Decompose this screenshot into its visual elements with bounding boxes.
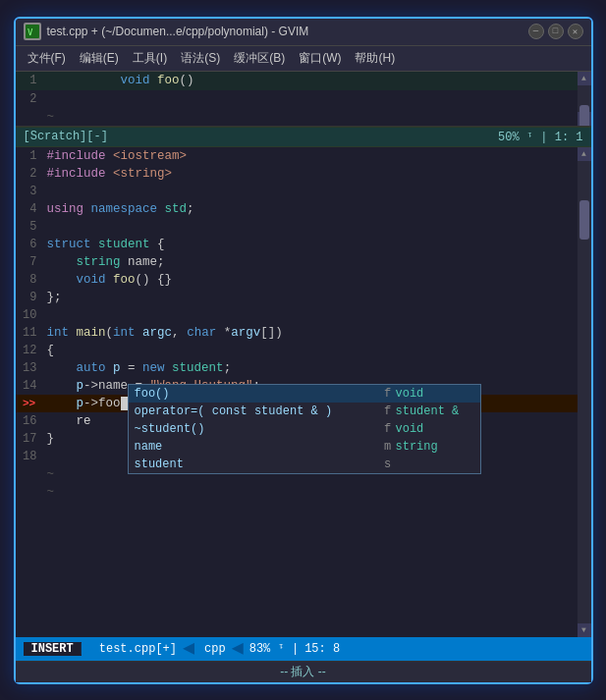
scratch-pos: 50% ᵎ | 1: 1 [498, 130, 582, 144]
menubar: 文件(F) 编辑(E) 工具(I) 语法(S) 缓冲区(B) 窗口(W) 帮助(… [16, 46, 591, 72]
autocomplete-popup[interactable]: foo() f void operator=( const student & … [128, 384, 481, 474]
window-title: test.cpp + (~/Documen...e/cpp/polynomial… [47, 25, 309, 38]
vim-icon: V [24, 23, 41, 40]
menu-syntax[interactable]: 语法(S) [175, 48, 226, 69]
ac-item-2[interactable]: ~student() f void [129, 420, 480, 438]
mode-label: INSERT [24, 642, 82, 656]
tilde-content1: ~ [43, 110, 578, 124]
titlebar-left: V test.cpp + (~/Documen...e/cpp/polynomi… [24, 23, 309, 40]
ac-typename-1: student & [396, 404, 474, 418]
ac-item-3[interactable]: name m string [129, 438, 480, 456]
ac-typename-3: string [396, 440, 474, 454]
status-arrow2-icon: ◀ [183, 639, 194, 659]
gvim-window: V test.cpp + (~/Documen...e/cpp/polynomi… [14, 17, 593, 684]
ac-item-1[interactable]: operator=( const student & ) f student & [129, 403, 480, 420]
code-line-11: 11 int main(int argc, char *argv[]) [16, 324, 578, 342]
menu-window[interactable]: 窗口(W) [293, 48, 347, 69]
window-controls: ─ □ ✕ [528, 24, 583, 39]
code-line-8: 8 void foo() {} [16, 271, 578, 289]
svg-text:V: V [28, 27, 33, 37]
code-line-7: 7 string name; [16, 253, 578, 271]
main-scrollbar[interactable]: ▲ ▼ [578, 147, 591, 637]
status-filetype: cpp [204, 642, 226, 656]
titlebar: V test.cpp + (~/Documen...e/cpp/polynomi… [16, 19, 591, 46]
menu-edit[interactable]: 编辑(E) [74, 48, 125, 69]
maximize-button[interactable]: □ [548, 24, 564, 39]
ac-typechr-3: m [380, 440, 396, 454]
minimize-button[interactable]: ─ [528, 24, 544, 39]
code-line-13: 13 auto p = new student; [16, 359, 578, 377]
main-code-pane: 1 #include <iostream> 2 #include <string… [16, 147, 578, 637]
bottom-bar: -- 插入 -- [16, 661, 591, 682]
code-line-1: 1 #include <iostream> [16, 147, 578, 165]
main-scroll-track[interactable] [578, 161, 591, 623]
code-line-12: 12 { [16, 342, 578, 359]
main-editor-area: 1 #include <iostream> 2 #include <string… [16, 147, 591, 637]
status-arrow3-icon: ◀ [232, 639, 244, 659]
ac-name-2: ~student() [135, 422, 380, 436]
main-scroll-down[interactable]: ▼ [578, 623, 591, 637]
close-button[interactable]: ✕ [568, 24, 583, 39]
ac-name-0: foo() [135, 387, 380, 401]
ac-typechr-1: f [380, 404, 396, 418]
code-line-9: 9 }; [16, 289, 578, 306]
scroll-thumb[interactable] [579, 105, 589, 127]
code-line-5: 5 [16, 218, 578, 236]
ac-typechr-4: s [380, 458, 396, 471]
current-line-arrow: >> [16, 398, 43, 409]
insert-label: -- 插入 -- [280, 665, 326, 678]
ac-name-1: operator=( const student & ) [135, 404, 380, 418]
status-arrow-icon: ▶ [82, 639, 93, 659]
code-line-3: 3 [16, 183, 578, 200]
ac-typechr-2: f [380, 422, 396, 436]
ac-typechr-0: f [380, 387, 396, 401]
menu-help[interactable]: 帮助(H) [349, 48, 401, 69]
top-line2-num: 2 [16, 92, 43, 106]
status-pos: 15: 8 [304, 642, 340, 656]
scroll-up-btn[interactable]: ▲ [578, 72, 591, 85]
top-line-num: 1 [16, 74, 43, 87]
code-line-6: 6 struct student { [16, 236, 578, 253]
ac-typename-0: void [396, 387, 474, 401]
main-scroll-thumb[interactable] [579, 200, 589, 240]
status-filename: test.cpp[+] [99, 642, 177, 656]
ac-name-3: name [135, 440, 380, 454]
menu-tools[interactable]: 工具(I) [127, 48, 173, 69]
tilde-line-2: ~ [16, 483, 578, 501]
ac-name-4: student [135, 458, 380, 471]
scratch-label: [Scratch][-] [24, 130, 108, 144]
ac-typename-2: void [396, 422, 474, 436]
menu-buffers[interactable]: 缓冲区(B) [228, 48, 291, 69]
top-scrollbar[interactable]: ▲ ▼ [578, 72, 591, 126]
status-percent: 83% ᵎ | [249, 641, 299, 656]
menu-file[interactable]: 文件(F) [22, 48, 72, 69]
main-scroll-up[interactable]: ▲ [578, 147, 591, 161]
scratch-tabbar: [Scratch][-] 50% ᵎ | 1: 1 [16, 127, 591, 147]
code-line-10: 10 [16, 306, 578, 324]
ac-item-0[interactable]: foo() f void [129, 385, 480, 403]
code-line-2: 2 #include <string> [16, 165, 578, 183]
code-area[interactable]: 1 #include <iostream> 2 #include <string… [16, 147, 578, 637]
scroll-track[interactable] [578, 85, 591, 112]
statusbar: INSERT ▶ test.cpp[+] ◀ cpp ◀ 83% ᵎ | 15:… [16, 637, 591, 661]
code-line-4: 4 using namespace std; [16, 200, 578, 218]
ac-item-4[interactable]: student s [129, 456, 480, 473]
